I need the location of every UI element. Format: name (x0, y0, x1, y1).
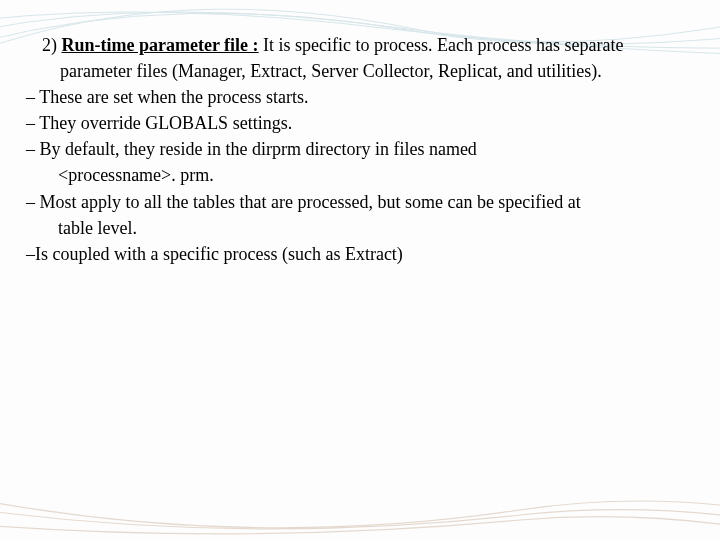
heading-number: 2) (42, 35, 57, 55)
content-block: 2) Run-time parameter file : It is speci… (28, 32, 692, 267)
slide: 2) Run-time parameter file : It is speci… (0, 0, 720, 540)
decorative-bottom-lines (0, 490, 720, 540)
bullet-2: – They override GLOBALS settings. (28, 110, 692, 136)
bullet-3: – By default, they reside in the dirprm … (28, 136, 692, 162)
bullet-4: – Most apply to all the tables that are … (28, 189, 692, 215)
bullet-5: –Is coupled with a specific process (suc… (28, 241, 692, 267)
heading-line: 2) Run-time parameter file : It is speci… (28, 32, 692, 84)
bullet-1: – These are set when the process starts. (28, 84, 692, 110)
bullet-3-wrap: <processname>. prm. (28, 162, 692, 188)
heading-title: Run-time parameter file : (62, 35, 259, 55)
bullet-4-wrap: table level. (28, 215, 692, 241)
